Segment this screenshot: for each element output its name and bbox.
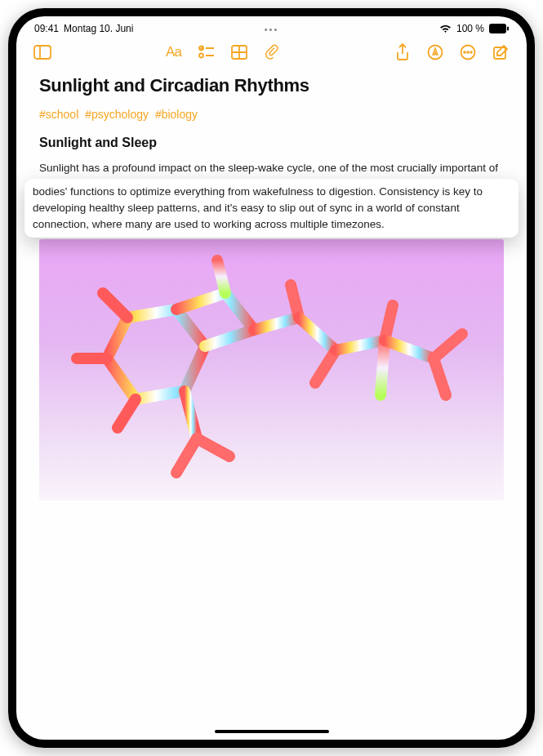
svg-line-33 <box>434 358 446 395</box>
svg-point-13 <box>464 51 465 53</box>
molecule-illustration <box>54 244 495 489</box>
svg-line-26 <box>299 318 336 350</box>
svg-point-15 <box>470 51 472 53</box>
sidebar-toggle-button[interactable] <box>29 39 56 65</box>
status-date: Montag 10. Juni <box>64 23 133 34</box>
svg-rect-1 <box>507 27 509 31</box>
svg-line-22 <box>176 438 197 473</box>
svg-line-28 <box>336 340 385 350</box>
markup-button[interactable] <box>422 39 448 65</box>
table-button[interactable] <box>226 39 252 65</box>
svg-rect-0 <box>489 24 506 33</box>
battery-icon <box>489 24 509 33</box>
tag-item[interactable]: #psychology <box>85 108 149 121</box>
toolbar: Aa <box>16 36 527 72</box>
svg-line-24 <box>254 318 299 330</box>
svg-line-21 <box>185 391 197 438</box>
status-left: 09:41 Montag 10. Juni <box>34 23 133 34</box>
share-button[interactable] <box>389 39 416 65</box>
svg-line-18 <box>103 293 127 318</box>
status-right: 100 % <box>439 23 509 34</box>
home-indicator[interactable] <box>215 730 329 733</box>
screen: 09:41 Montag 10. Juni ••• 100 % Aa <box>16 16 527 740</box>
format-text-button[interactable]: Aa <box>161 39 187 65</box>
ipad-frame: 09:41 Montag 10. Juni ••• 100 % Aa <box>8 8 535 748</box>
svg-line-17 <box>217 260 225 293</box>
status-time: 09:41 <box>34 23 59 34</box>
wifi-icon <box>439 24 452 33</box>
note-image[interactable] <box>39 239 504 500</box>
note-tags[interactable]: #school #psychology #biology <box>39 108 504 121</box>
note-content[interactable]: Sunlight and Circadian Rhythms #school #… <box>16 72 527 740</box>
tag-item[interactable]: #school <box>39 108 78 121</box>
more-button[interactable] <box>455 39 481 65</box>
status-bar: 09:41 Montag 10. Juni ••• 100 % <box>16 16 527 36</box>
svg-line-31 <box>385 340 434 358</box>
svg-line-23 <box>197 438 229 456</box>
compose-button[interactable] <box>487 39 514 65</box>
multitask-dots[interactable]: ••• <box>265 24 279 34</box>
selection-popover[interactable]: bodies' functions to optimize everything… <box>24 179 519 238</box>
battery-text: 100 % <box>456 23 484 34</box>
svg-rect-2 <box>34 46 51 59</box>
svg-line-30 <box>381 340 385 395</box>
note-title[interactable]: Sunlight and Circadian Rhythms <box>39 75 504 96</box>
note-subheading[interactable]: Sunlight and Sleep <box>39 136 504 150</box>
tag-item[interactable]: #biology <box>155 108 198 121</box>
svg-line-20 <box>118 399 136 428</box>
svg-line-27 <box>315 350 336 383</box>
svg-point-14 <box>467 51 469 53</box>
checklist-button[interactable] <box>194 39 220 65</box>
attachment-button[interactable] <box>259 39 285 65</box>
svg-point-6 <box>199 54 203 58</box>
